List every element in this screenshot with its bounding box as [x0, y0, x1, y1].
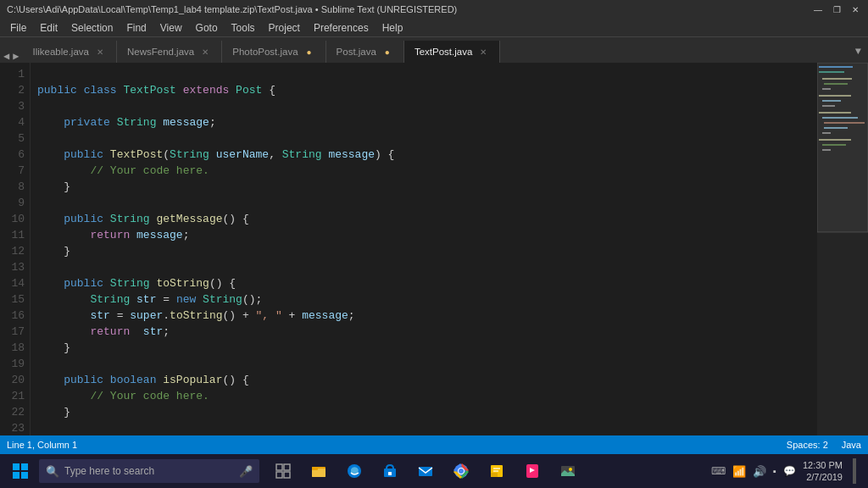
taskbar: 🔍 Type here to search 🎤	[0, 454, 868, 488]
svg-rect-16	[817, 63, 868, 232]
status-right: Spaces: 2 Java	[787, 440, 861, 450]
tab-ilikeable[interactable]: Ilikeable.java ✕	[22, 41, 116, 63]
tab-textpost-label: TextPost.java	[415, 47, 472, 57]
keyboard-icon: ⌨	[711, 465, 726, 477]
nav-right-icon[interactable]: ▶	[13, 50, 19, 63]
microphone-icon[interactable]: 🎤	[239, 465, 253, 478]
minimap	[817, 63, 868, 435]
chrome-icon	[453, 463, 470, 480]
taskbar-chrome[interactable]	[444, 456, 478, 486]
svg-rect-23	[312, 467, 318, 470]
taskbar-file-explorer[interactable]	[302, 456, 336, 486]
menu-preferences[interactable]: Preferences	[307, 20, 376, 36]
photos-icon	[559, 463, 576, 480]
menu-view[interactable]: View	[153, 20, 189, 36]
taskbar-right: ⌨ 📶 🔊 ▪ 💬 12:30 PM 2/7/2019	[711, 458, 863, 484]
start-button[interactable]	[5, 456, 36, 486]
svg-point-37	[569, 468, 572, 471]
line-num: 2	[5, 82, 25, 98]
tab-post-close[interactable]: ●	[381, 47, 393, 57]
tab-newsfend[interactable]: NewsFend.java ✕	[117, 41, 222, 63]
status-language[interactable]: Java	[842, 440, 861, 450]
taskbar-store[interactable]	[373, 456, 407, 486]
windows-icon	[13, 463, 28, 479]
svg-rect-32	[491, 473, 498, 477]
menu-edit[interactable]: Edit	[33, 20, 64, 36]
clock-date: 2/7/2019	[803, 471, 843, 483]
tab-post[interactable]: Post.java ●	[326, 41, 404, 63]
svg-rect-18	[284, 464, 290, 470]
line-num: 9	[5, 195, 25, 211]
title-bar-controls: — ❐ ✕	[812, 3, 861, 15]
tab-newsfend-close[interactable]: ✕	[199, 47, 211, 57]
status-bar: Line 1, Column 1 Spaces: 2 Java	[0, 435, 868, 454]
line-num: 16	[5, 308, 25, 324]
menu-tools[interactable]: Tools	[225, 20, 262, 36]
taskbar-mail[interactable]	[409, 456, 442, 486]
line-num: 13	[5, 259, 25, 275]
menu-project[interactable]: Project	[262, 20, 307, 36]
search-bar[interactable]: 🔍 Type here to search 🎤	[39, 459, 259, 483]
menu-help[interactable]: Help	[376, 20, 410, 36]
show-desktop-button[interactable]	[853, 458, 856, 484]
code-area[interactable]: public class TextPost extends Post { pri…	[31, 63, 817, 435]
nav-arrows: ◀ ▶	[0, 50, 22, 63]
status-position: Line 1, Column 1	[7, 440, 77, 450]
close-button[interactable]: ✕	[849, 3, 861, 15]
line-num: 15	[5, 291, 25, 308]
menu-selection[interactable]: Selection	[64, 20, 120, 36]
sticky-notes-icon	[488, 463, 505, 480]
line-num: 22	[5, 404, 25, 420]
mail-icon	[417, 463, 434, 480]
svg-rect-17	[276, 464, 282, 470]
taskbar-sticky-notes[interactable]	[480, 456, 514, 486]
network-icon[interactable]: 📶	[732, 465, 746, 478]
svg-rect-19	[276, 472, 282, 478]
menu-goto[interactable]: Goto	[189, 20, 225, 36]
line-num: 8	[5, 179, 25, 195]
taskbar-task-view[interactable]	[266, 456, 300, 486]
taskbar-sublime[interactable]	[515, 456, 549, 486]
svg-point-30	[459, 469, 464, 474]
title-text: C:\Users\Adi\AppData\Local\Temp\Temp1_la…	[7, 4, 457, 14]
title-bar: C:\Users\Adi\AppData\Local\Temp\Temp1_la…	[0, 0, 868, 19]
sublime-icon	[524, 463, 541, 480]
line-num: 11	[5, 227, 25, 243]
clock[interactable]: 12:30 PM 2/7/2019	[803, 459, 843, 484]
line-num: 20	[5, 372, 25, 388]
taskbar-apps	[266, 456, 585, 486]
maximize-button[interactable]: ❐	[831, 3, 843, 15]
line-num: 21	[5, 388, 25, 404]
task-view-icon	[275, 463, 291, 479]
nav-left-icon[interactable]: ◀	[3, 50, 9, 63]
tab-photopost-close[interactable]: ●	[303, 47, 315, 57]
notification-icon[interactable]: 💬	[783, 465, 796, 477]
tab-dropdown[interactable]: ▼	[849, 41, 868, 63]
tab-ilikeable-close[interactable]: ✕	[94, 47, 106, 57]
menu-file[interactable]: File	[3, 20, 33, 36]
volume-icon[interactable]: 🔊	[753, 465, 766, 478]
tab-photopost-label: PhotoPost.java	[232, 47, 298, 57]
line-num: 12	[5, 243, 25, 259]
line-num: 18	[5, 340, 25, 356]
tab-textpost[interactable]: TextPost.java ✕	[404, 41, 500, 63]
line-num: 17	[5, 324, 25, 340]
clock-time: 12:30 PM	[803, 459, 843, 471]
line-numbers: 1 2 3 4 5 6 7 8 9 10 11 12 13 14 15 16 1…	[0, 63, 31, 435]
minimize-button[interactable]: —	[812, 3, 824, 15]
search-icon: 🔍	[46, 465, 59, 478]
search-placeholder: Type here to search	[64, 465, 154, 477]
status-spaces[interactable]: Spaces: 2	[787, 440, 828, 450]
minimap-canvas	[817, 63, 868, 435]
line-num: 3	[5, 98, 25, 114]
line-num: 1	[5, 66, 25, 82]
tab-textpost-close[interactable]: ✕	[477, 47, 489, 57]
taskbar-photos[interactable]	[551, 456, 585, 486]
tab-newsfend-label: NewsFend.java	[127, 47, 194, 57]
menu-find[interactable]: Find	[120, 20, 153, 36]
line-num: 10	[5, 211, 25, 227]
tab-photopost[interactable]: PhotoPost.java ●	[222, 41, 326, 63]
taskbar-edge[interactable]	[337, 456, 371, 486]
line-num: 19	[5, 356, 25, 372]
line-num: 4	[5, 114, 25, 130]
